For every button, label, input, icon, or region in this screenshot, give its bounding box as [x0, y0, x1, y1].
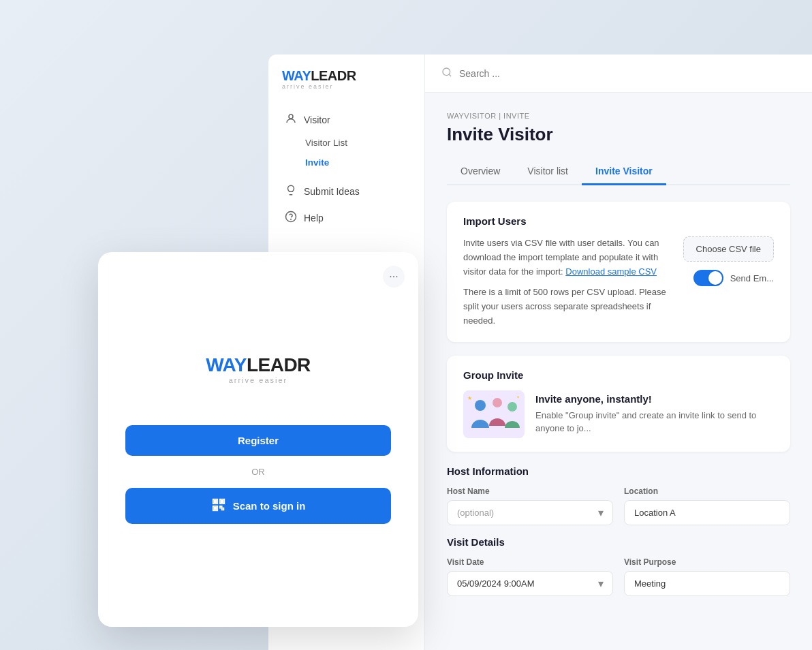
kiosk-dots-menu[interactable]: ···	[383, 266, 405, 288]
import-users-card: Import Users Invite users via CSV file w…	[447, 202, 790, 342]
scan-to-signin-button[interactable]: Scan to sign in	[125, 488, 391, 524]
tabs-nav: Overview Visitor list Invite Visitor	[447, 159, 790, 185]
sidebar-help-label: Help	[304, 213, 324, 223]
visit-date-group: Visit Date 05/09/2024 9:00AM	[447, 557, 613, 596]
send-email-label: Send Em...	[730, 273, 774, 283]
svg-point-6	[493, 398, 502, 407]
breadcrumb: WAYVISITOR | Invite	[447, 112, 790, 120]
svg-text:★: ★	[467, 395, 472, 401]
svg-point-7	[507, 402, 517, 412]
svg-point-5	[475, 400, 486, 411]
visit-details-section: Visit Details Visit Date 05/09/2024 9:00…	[447, 536, 790, 596]
kiosk-logo-leadr: LEADR	[247, 354, 311, 375]
sidebar-visitor-label: Visitor	[304, 114, 330, 125]
location-group: Location	[624, 486, 790, 525]
main-content: WAYVISITOR | Invite Invite Visitor Overv…	[425, 93, 812, 650]
kiosk-logo: WAYLEADR arrive easier	[206, 355, 311, 384]
svg-text:·: ·	[492, 394, 493, 398]
sidebar-logo: WAYLEADR arrive easier	[268, 68, 424, 106]
group-invite-headline: Invite anyone, instantly!	[535, 393, 774, 405]
group-invite-description: Enable "Group invite" and create an invi…	[535, 409, 774, 435]
page-title: Invite Visitor	[447, 124, 790, 145]
group-invite-title: Group Invite	[463, 369, 774, 381]
download-csv-link[interactable]: Download sample CSV	[565, 266, 657, 277]
kiosk-logo-way: WAY	[206, 354, 247, 375]
sidebar-item-invite[interactable]: Invite	[277, 153, 416, 172]
location-label: Location	[624, 486, 790, 496]
host-information-section: Host Information Host Name (optional) Lo…	[447, 465, 790, 525]
group-invite-text: Invite anyone, instantly! Enable "Group …	[535, 393, 774, 435]
import-description: Invite users via CSV file with user deta…	[463, 236, 670, 279]
import-limit-text: There is a limit of 500 rows per CSV upl…	[463, 285, 670, 328]
host-name-group: Host Name (optional)	[447, 486, 613, 525]
group-invite-image: ★ ✦ ·	[463, 390, 525, 438]
svg-rect-4	[463, 390, 525, 438]
search-bar	[425, 55, 812, 93]
qr-icon	[211, 497, 226, 514]
svg-point-3	[443, 68, 450, 76]
register-button[interactable]: Register	[125, 425, 391, 456]
import-users-title: Import Users	[463, 215, 774, 227]
visit-date-select[interactable]: 05/09/2024 9:00AM	[447, 571, 613, 596]
logo-tagline: arrive easier	[282, 83, 334, 90]
sidebar-item-visitor[interactable]: Visitor	[277, 106, 416, 133]
lightbulb-icon	[285, 184, 297, 198]
svg-point-2	[291, 219, 292, 219]
send-email-toggle[interactable]	[693, 270, 723, 286]
tab-visitor-list[interactable]: Visitor list	[514, 159, 582, 185]
kiosk-logo-tagline: arrive easier	[206, 376, 311, 384]
location-input[interactable]	[624, 500, 790, 525]
sidebar-nav: Visitor Visitor List Invite Submit Ideas	[268, 106, 424, 231]
logo-leadr: LEADR	[311, 68, 356, 83]
visit-purpose-input[interactable]	[624, 571, 790, 596]
visit-date-select-wrapper: 05/09/2024 9:00AM	[447, 571, 613, 596]
tab-overview[interactable]: Overview	[447, 159, 514, 185]
group-invite-card: Group Invite ★ ✦	[447, 356, 790, 452]
sidebar-submit-ideas-label: Submit Ideas	[304, 186, 360, 197]
sidebar-item-help[interactable]: Help	[277, 204, 416, 231]
scan-button-label: Scan to sign in	[233, 500, 306, 512]
sidebar-item-submit-ideas[interactable]: Submit Ideas	[277, 178, 416, 204]
host-name-label: Host Name	[447, 486, 613, 496]
search-icon	[441, 67, 452, 80]
kiosk-window: ··· WAYLEADR arrive easier Register OR S…	[98, 252, 418, 627]
svg-rect-16	[214, 508, 216, 510]
svg-point-0	[289, 114, 293, 119]
host-name-select-wrapper: (optional)	[447, 500, 613, 525]
visit-purpose-group: Visit Purpose	[624, 557, 790, 596]
logo-way: WAY	[282, 68, 311, 83]
help-icon	[285, 211, 297, 225]
choose-csv-button[interactable]: Choose CSV file	[683, 236, 774, 262]
svg-text:✦: ✦	[516, 395, 520, 399]
svg-rect-14	[214, 500, 216, 502]
sidebar-item-visitor-list[interactable]: Visitor List	[277, 133, 416, 153]
person-icon	[285, 112, 297, 127]
or-divider: OR	[251, 467, 265, 477]
svg-rect-15	[221, 500, 223, 502]
host-name-select[interactable]: (optional)	[447, 500, 613, 525]
send-email-toggle-row: Send Em...	[693, 270, 774, 286]
visit-details-title: Visit Details	[447, 536, 790, 548]
host-information-title: Host Information	[447, 465, 790, 477]
visit-date-label: Visit Date	[447, 557, 613, 567]
search-input[interactable]	[459, 68, 796, 79]
visit-purpose-label: Visit Purpose	[624, 557, 790, 567]
tab-invite-visitor[interactable]: Invite Visitor	[582, 159, 666, 185]
